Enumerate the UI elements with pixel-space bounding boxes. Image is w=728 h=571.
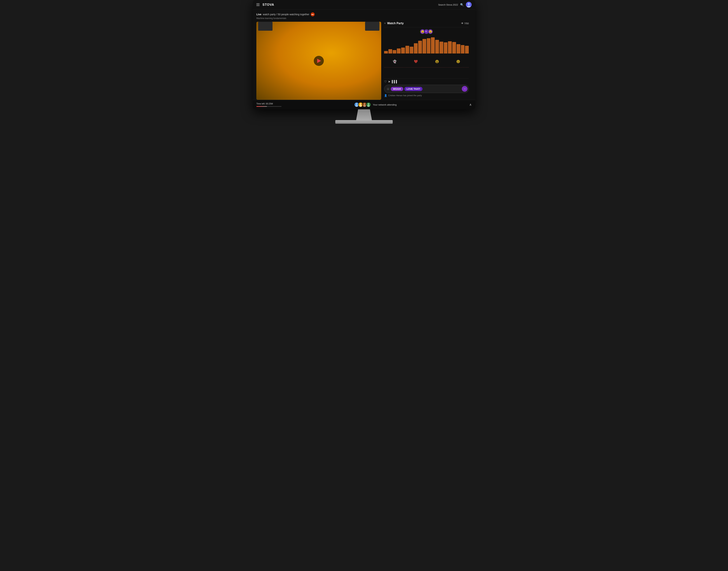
network-avatars [354,102,371,107]
bottom-bar: Time left: 00:25M [253,100,475,109]
heart-react-icon[interactable]: ♡ [384,80,387,83]
input-area: ♡ ➤ ▌▌▌ ☺ WOAH! LOVE THAT! → 👤 [384,78,469,100]
search-label: Search Stova 2022 [438,3,458,6]
chart-bar [461,45,465,53]
svg-point-29 [323,64,324,65]
svg-point-50 [368,103,370,105]
stand-neck [344,109,384,120]
time-label: Time left: 00:25M [256,103,281,105]
emotion-icon-neutral: 😑 [456,60,460,64]
chart-bar [452,42,456,53]
video-subtitle: Machine learning fundamentals [256,17,472,20]
emotion-icon-heart: ❤️ [414,60,418,64]
play-icon [317,59,321,63]
main-area: Live watch party / 50 people watching to… [253,9,475,100]
panel-title: Watch Party [387,22,404,25]
stand-base [335,120,393,124]
svg-point-41 [356,103,357,105]
svg-rect-18 [350,85,356,94]
chart-bar [440,42,443,53]
svg-rect-12 [284,86,296,94]
svg-point-21 [328,51,337,62]
content-split: × Watch Party 👁 7/50 😮 [256,22,472,100]
live-badge: Live [256,13,261,16]
watch-party-panel: × Watch Party 👁 7/50 😮 [381,22,472,100]
svg-point-25 [316,47,324,54]
chart-bar [401,47,405,53]
progress-fill [256,106,267,107]
close-button[interactable]: × [384,22,386,25]
emotion-chart-area: 😮 😮 [384,27,469,78]
svg-line-20 [304,45,331,56]
panel-header: × Watch Party 👁 7/50 [384,22,469,27]
svg-rect-17 [347,95,381,96]
emotion-bar-chart [384,30,469,59]
video-section [256,22,381,100]
bars-icon[interactable]: ▌▌▌ [392,80,398,83]
video-wrapper [256,22,381,100]
svg-point-47 [364,103,366,105]
chart-bar [410,47,414,53]
svg-line-31 [352,52,353,55]
live-header: Live watch party / 50 people watching to… [256,12,472,16]
nav-left: STOVA [256,3,274,7]
send-react-icon[interactable]: ➤ [388,80,390,83]
svg-point-9 [260,79,281,98]
chart-bar [384,51,388,53]
chart-bar [431,37,435,53]
network-label: Your network attending [373,103,397,106]
user-avatar[interactable] [466,2,472,8]
svg-point-51 [367,105,370,107]
app-logo: STOVA [263,3,274,7]
chart-bar [435,40,439,53]
progress-bar [256,106,281,107]
svg-line-35 [350,54,351,56]
panel-title-area: × Watch Party [384,22,404,25]
emotion-icon-ghost: 👻 [393,60,397,64]
search-icon[interactable]: 🔍 [460,3,464,6]
live-pulse-icon [311,12,315,16]
chart-bar [397,48,401,53]
chart-bar [418,41,422,53]
monitor-frame: STOVA Search Stova 2022 🔍 Live watch par… [253,0,475,109]
chart-bar [423,39,426,53]
person-icon: 👤 [384,94,387,97]
monitor-stand [335,109,393,124]
chart-bar [465,46,469,53]
top-navigation: STOVA Search Stova 2022 🔍 [253,0,475,9]
hamburger-menu[interactable] [256,3,260,6]
emoji-button[interactable]: ☺ [387,87,390,91]
video-background [256,22,381,100]
chart-bar [427,38,431,53]
chart-bar [389,49,392,53]
nav-right: Search Stova 2022 🔍 [438,2,472,8]
studio-light-right [365,22,380,31]
svg-point-24 [314,47,326,57]
emotion-row: 👻 ❤️ 😮 😑 [384,59,469,65]
send-button[interactable]: → [462,86,467,92]
svg-rect-16 [358,76,382,93]
chart-bar [457,44,460,53]
expand-chevron[interactable]: ∧ [469,103,472,107]
time-section: Time left: 00:25M [256,103,281,107]
svg-point-42 [355,105,358,107]
join-text: Cristian Henao has joined the party [388,94,422,97]
chart-bar [406,46,409,53]
live-description: watch party / 50 people watching togethe… [263,13,309,16]
network-avatar-4 [366,102,371,107]
chart-bar [444,42,448,53]
love-that-tag[interactable]: LOVE THAT! [404,87,423,91]
chat-input[interactable] [424,88,461,90]
svg-line-34 [358,54,358,56]
chart-bar [393,50,397,53]
play-button[interactable] [314,56,324,66]
svg-point-11 [266,84,275,93]
svg-point-13 [287,87,293,93]
emotion-icon-fear: 😮 [435,60,439,64]
svg-rect-22 [315,72,324,81]
emotion-threshold-line [384,67,469,68]
chat-input-wrap: ☺ WOAH! LOVE THAT! → [384,85,469,93]
chart-bar [448,41,452,53]
woah-tag[interactable]: WOAH! [391,87,403,91]
svg-rect-15 [356,75,381,95]
